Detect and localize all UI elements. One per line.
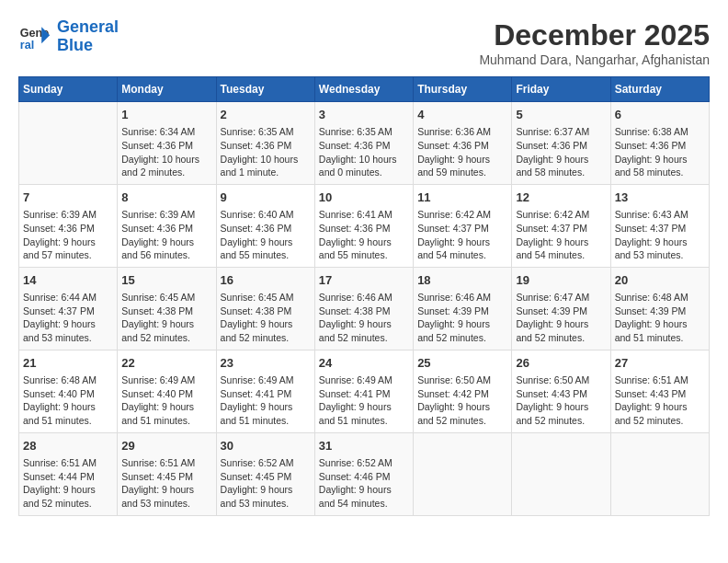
day-number: 13: [615, 190, 705, 206]
day-number: 2: [221, 107, 311, 123]
calendar-week-row: 1Sunrise: 6:34 AMSunset: 4:36 PMDaylight…: [19, 102, 710, 185]
day-number: 20: [615, 272, 705, 289]
page-header: Gene ral General Blue December 2025 Muhm…: [18, 18, 710, 67]
day-number: 16: [221, 272, 311, 289]
table-row: 25Sunrise: 6:50 AMSunset: 4:42 PMDayligh…: [414, 350, 512, 432]
svg-text:ral: ral: [20, 38, 34, 51]
day-number: 30: [221, 438, 311, 454]
table-row: [610, 432, 709, 515]
day-number: 17: [319, 272, 409, 289]
table-row: 24Sunrise: 6:49 AMSunset: 4:41 PMDayligh…: [314, 350, 413, 432]
table-row: 8Sunrise: 6:39 AMSunset: 4:36 PMDaylight…: [118, 184, 216, 267]
table-row: 26Sunrise: 6:50 AMSunset: 4:43 PMDayligh…: [512, 350, 610, 432]
day-info: Sunrise: 6:50 AMSunset: 4:43 PMDaylight:…: [516, 373, 606, 428]
calendar-week-row: 7Sunrise: 6:39 AMSunset: 4:36 PMDaylight…: [19, 184, 710, 267]
table-row: 10Sunrise: 6:41 AMSunset: 4:36 PMDayligh…: [314, 184, 413, 267]
day-number: 31: [319, 438, 409, 454]
day-number: 21: [23, 355, 113, 372]
day-number: 3: [319, 107, 409, 123]
day-info: Sunrise: 6:35 AMSunset: 4:36 PMDaylight:…: [319, 125, 409, 179]
table-row: [512, 432, 610, 515]
table-row: 21Sunrise: 6:48 AMSunset: 4:40 PMDayligh…: [19, 350, 118, 432]
logo: Gene ral General Blue: [18, 18, 119, 55]
day-number: 27: [615, 355, 705, 372]
calendar-table: SundayMondayTuesdayWednesdayThursdayFrid…: [18, 76, 710, 516]
col-header-monday: Monday: [118, 77, 216, 102]
location-subtitle: Muhmand Dara, Nangarhar, Afghanistan: [479, 52, 710, 67]
calendar-week-row: 14Sunrise: 6:44 AMSunset: 4:37 PMDayligh…: [19, 267, 710, 350]
table-row: 18Sunrise: 6:46 AMSunset: 4:39 PMDayligh…: [414, 267, 512, 350]
day-info: Sunrise: 6:51 AMSunset: 4:43 PMDaylight:…: [615, 373, 705, 428]
day-info: Sunrise: 6:52 AMSunset: 4:46 PMDaylight:…: [319, 456, 409, 511]
day-info: Sunrise: 6:34 AMSunset: 4:36 PMDaylight:…: [121, 125, 211, 179]
table-row: 3Sunrise: 6:35 AMSunset: 4:36 PMDaylight…: [314, 102, 413, 185]
logo-text: General Blue: [57, 18, 119, 55]
day-info: Sunrise: 6:50 AMSunset: 4:42 PMDaylight:…: [417, 373, 507, 428]
day-number: 5: [516, 107, 606, 123]
table-row: 12Sunrise: 6:42 AMSunset: 4:37 PMDayligh…: [512, 184, 610, 267]
table-row: 17Sunrise: 6:46 AMSunset: 4:38 PMDayligh…: [314, 267, 413, 350]
day-info: Sunrise: 6:45 AMSunset: 4:38 PMDaylight:…: [221, 291, 311, 345]
day-number: 11: [417, 190, 507, 206]
title-block: December 2025 Muhmand Dara, Nangarhar, A…: [479, 18, 710, 67]
table-row: 1Sunrise: 6:34 AMSunset: 4:36 PMDaylight…: [118, 102, 216, 185]
day-number: 29: [121, 438, 211, 454]
calendar-header-row: SundayMondayTuesdayWednesdayThursdayFrid…: [19, 77, 710, 102]
day-info: Sunrise: 6:51 AMSunset: 4:44 PMDaylight:…: [23, 456, 113, 511]
day-info: Sunrise: 6:48 AMSunset: 4:39 PMDaylight:…: [615, 291, 705, 345]
day-number: 10: [319, 190, 409, 206]
day-number: 24: [319, 355, 409, 372]
day-info: Sunrise: 6:46 AMSunset: 4:39 PMDaylight:…: [417, 291, 507, 345]
day-info: Sunrise: 6:48 AMSunset: 4:40 PMDaylight:…: [23, 373, 113, 428]
day-info: Sunrise: 6:49 AMSunset: 4:41 PMDaylight:…: [221, 373, 311, 428]
table-row: 28Sunrise: 6:51 AMSunset: 4:44 PMDayligh…: [19, 432, 118, 515]
col-header-saturday: Saturday: [610, 77, 709, 102]
table-row: 2Sunrise: 6:35 AMSunset: 4:36 PMDaylight…: [216, 102, 314, 185]
day-number: 28: [23, 438, 113, 454]
table-row: 29Sunrise: 6:51 AMSunset: 4:45 PMDayligh…: [118, 432, 216, 515]
day-info: Sunrise: 6:41 AMSunset: 4:36 PMDaylight:…: [319, 208, 409, 262]
day-info: Sunrise: 6:38 AMSunset: 4:36 PMDaylight:…: [615, 125, 705, 179]
table-row: 23Sunrise: 6:49 AMSunset: 4:41 PMDayligh…: [216, 350, 314, 432]
col-header-tuesday: Tuesday: [216, 77, 314, 102]
table-row: [19, 102, 118, 185]
table-row: 31Sunrise: 6:52 AMSunset: 4:46 PMDayligh…: [314, 432, 413, 515]
day-number: 18: [417, 272, 507, 289]
table-row: 5Sunrise: 6:37 AMSunset: 4:36 PMDaylight…: [512, 102, 610, 185]
day-number: 6: [615, 107, 705, 123]
day-info: Sunrise: 6:49 AMSunset: 4:40 PMDaylight:…: [121, 373, 211, 428]
table-row: 16Sunrise: 6:45 AMSunset: 4:38 PMDayligh…: [216, 267, 314, 350]
day-info: Sunrise: 6:39 AMSunset: 4:36 PMDaylight:…: [121, 208, 211, 262]
day-info: Sunrise: 6:39 AMSunset: 4:36 PMDaylight:…: [23, 208, 113, 262]
day-info: Sunrise: 6:51 AMSunset: 4:45 PMDaylight:…: [121, 456, 211, 511]
day-info: Sunrise: 6:47 AMSunset: 4:39 PMDaylight:…: [516, 291, 606, 345]
day-number: 12: [516, 190, 606, 206]
day-number: 26: [516, 355, 606, 372]
day-info: Sunrise: 6:52 AMSunset: 4:45 PMDaylight:…: [221, 456, 311, 511]
table-row: 20Sunrise: 6:48 AMSunset: 4:39 PMDayligh…: [610, 267, 709, 350]
table-row: 27Sunrise: 6:51 AMSunset: 4:43 PMDayligh…: [610, 350, 709, 432]
day-info: Sunrise: 6:44 AMSunset: 4:37 PMDaylight:…: [23, 291, 113, 345]
day-info: Sunrise: 6:35 AMSunset: 4:36 PMDaylight:…: [221, 125, 311, 179]
table-row: 4Sunrise: 6:36 AMSunset: 4:36 PMDaylight…: [414, 102, 512, 185]
logo-icon: Gene ral: [18, 20, 51, 53]
calendar-week-row: 28Sunrise: 6:51 AMSunset: 4:44 PMDayligh…: [19, 432, 710, 515]
day-info: Sunrise: 6:37 AMSunset: 4:36 PMDaylight:…: [516, 125, 606, 179]
day-info: Sunrise: 6:45 AMSunset: 4:38 PMDaylight:…: [121, 291, 211, 345]
day-number: 25: [417, 355, 507, 372]
table-row: 7Sunrise: 6:39 AMSunset: 4:36 PMDaylight…: [19, 184, 118, 267]
table-row: 22Sunrise: 6:49 AMSunset: 4:40 PMDayligh…: [118, 350, 216, 432]
day-info: Sunrise: 6:40 AMSunset: 4:36 PMDaylight:…: [221, 208, 311, 262]
table-row: 13Sunrise: 6:43 AMSunset: 4:37 PMDayligh…: [610, 184, 709, 267]
day-number: 19: [516, 272, 606, 289]
day-number: 22: [121, 355, 211, 372]
col-header-wednesday: Wednesday: [314, 77, 413, 102]
col-header-sunday: Sunday: [19, 77, 118, 102]
month-title: December 2025: [479, 18, 710, 52]
day-number: 9: [221, 190, 311, 206]
day-number: 1: [121, 107, 211, 123]
table-row: [414, 432, 512, 515]
col-header-friday: Friday: [512, 77, 610, 102]
day-number: 8: [121, 190, 211, 206]
day-number: 4: [417, 107, 507, 123]
